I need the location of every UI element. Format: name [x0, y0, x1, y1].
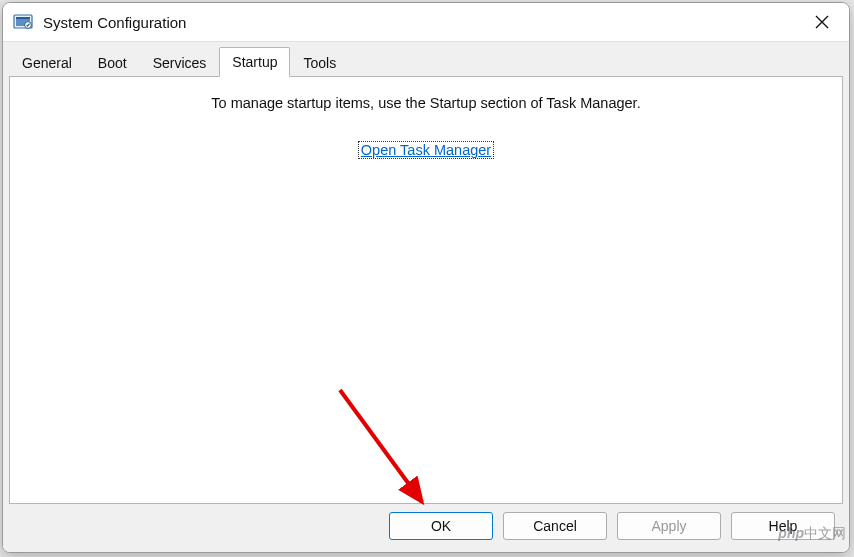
help-button[interactable]: Help: [731, 512, 835, 540]
tab-boot[interactable]: Boot: [85, 48, 140, 77]
window-title: System Configuration: [43, 14, 799, 31]
client-area: General Boot Services Startup Tools To m…: [3, 41, 849, 552]
tab-general[interactable]: General: [9, 48, 85, 77]
app-icon: [13, 12, 33, 32]
button-row: OK Cancel Apply Help: [3, 512, 849, 552]
titlebar: System Configuration: [3, 3, 849, 41]
tab-startup[interactable]: Startup: [219, 47, 290, 77]
close-icon: [815, 15, 829, 29]
startup-info-text: To manage startup items, use the Startup…: [211, 95, 640, 111]
ok-button[interactable]: OK: [389, 512, 493, 540]
close-button[interactable]: [799, 6, 845, 38]
cancel-button[interactable]: Cancel: [503, 512, 607, 540]
tabstrip: General Boot Services Startup Tools: [3, 42, 849, 76]
svg-rect-2: [16, 17, 30, 19]
system-configuration-window: System Configuration General Boot Servic…: [2, 2, 850, 553]
startup-tabpanel: To manage startup items, use the Startup…: [9, 76, 843, 504]
tab-services[interactable]: Services: [140, 48, 220, 77]
apply-button[interactable]: Apply: [617, 512, 721, 540]
open-task-manager-link[interactable]: Open Task Manager: [358, 141, 494, 159]
tab-tools[interactable]: Tools: [290, 48, 349, 77]
